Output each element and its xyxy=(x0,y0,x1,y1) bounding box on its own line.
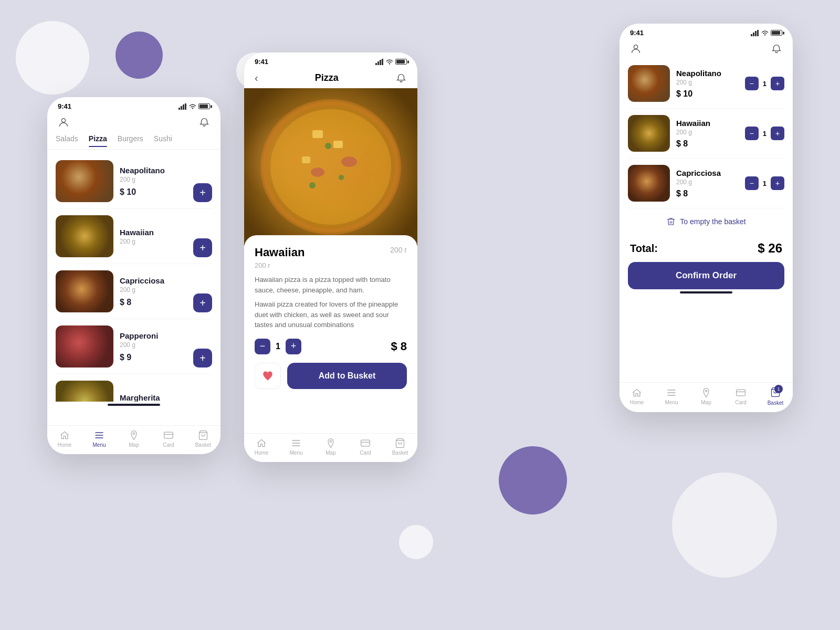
status-icons-3 xyxy=(751,30,782,36)
bell-icon-2[interactable] xyxy=(395,72,407,84)
deco-circle-5 xyxy=(499,446,567,514)
svg-rect-22 xyxy=(302,156,310,163)
svg-rect-33 xyxy=(361,440,370,446)
basket-qty-hawaiian: − 1 + xyxy=(745,127,784,140)
favorite-button[interactable] xyxy=(255,363,281,389)
nav-menu-2[interactable]: Menu xyxy=(286,438,307,456)
basket-plus-neapolitano[interactable]: + xyxy=(771,77,784,90)
menu-item-margherita: Margherita 200 r xyxy=(56,374,212,402)
bell-icon-1[interactable] xyxy=(198,117,210,128)
nav-home-3[interactable]: Home xyxy=(626,387,647,405)
svg-rect-20 xyxy=(312,130,323,138)
profile-icon-1[interactable] xyxy=(58,117,69,128)
nav-map-3[interactable]: Map xyxy=(696,387,717,405)
menu-name-margherita: Margherita xyxy=(120,393,212,402)
basket-minus-neapolitano[interactable]: − xyxy=(745,77,759,90)
add-btn-papperoni[interactable]: + xyxy=(193,349,212,368)
svg-rect-10 xyxy=(164,432,173,438)
map-icon-2 xyxy=(326,438,336,448)
svg-rect-39 xyxy=(757,30,759,36)
nav-basket-1[interactable]: Basket xyxy=(193,430,214,448)
basket-img-capricciosa xyxy=(628,165,670,202)
basket-name-neapolitano: Neapolitano xyxy=(676,69,739,78)
signal-icon-3 xyxy=(751,30,759,36)
menu-list: Neapolitano 200 g $ 10 + Hawaiian 200 g … xyxy=(47,150,220,402)
tab-salads[interactable]: Salads xyxy=(56,134,78,147)
nav-home-2[interactable]: Home xyxy=(251,438,272,456)
tab-pizza[interactable]: Pizza xyxy=(89,134,107,147)
phone-menu: 9:41 Salads Pizza Burgers Sushi Neapolit… xyxy=(47,97,220,454)
nav-card-label-3: Card xyxy=(735,400,747,405)
svg-point-4 xyxy=(192,108,193,109)
basket-plus-hawaiian[interactable]: + xyxy=(771,127,784,140)
nav-card-1[interactable]: Card xyxy=(158,430,179,448)
add-btn-hawaiian[interactable]: + xyxy=(193,238,212,257)
wifi-icon-2 xyxy=(386,59,393,65)
menu-price-papperoni: $ 9 xyxy=(120,353,187,362)
back-button[interactable]: ‹ xyxy=(255,72,258,84)
tab-burgers[interactable]: Burgers xyxy=(118,134,143,147)
tab-sushi[interactable]: Sushi xyxy=(154,134,172,147)
menu-img-papperoni xyxy=(56,326,113,368)
nav-card-2[interactable]: Card xyxy=(355,438,376,456)
nav-menu-label-1: Menu xyxy=(92,442,106,448)
basket-icon-2 xyxy=(395,438,405,448)
svg-rect-13 xyxy=(375,63,377,65)
profile-icon-3[interactable] xyxy=(630,43,642,55)
nav-menu-3[interactable]: Menu xyxy=(661,387,682,405)
nav-card-3[interactable]: Card xyxy=(730,387,751,405)
nav-menu-1[interactable]: Menu xyxy=(89,430,110,448)
time-2: 9:41 xyxy=(255,58,268,66)
status-icons-1 xyxy=(178,103,210,110)
basket-name-capricciosa: Capricciosa xyxy=(676,169,739,177)
menu-img-hawaiian xyxy=(56,215,113,257)
battery-icon-3 xyxy=(771,30,782,36)
bell-icon-3[interactable] xyxy=(771,43,782,55)
empty-basket-button[interactable]: To empty the basket xyxy=(620,208,793,235)
basket-badge: 1 xyxy=(774,385,783,393)
add-to-basket-button[interactable]: Add to Busket xyxy=(287,363,407,389)
basket-minus-hawaiian[interactable]: − xyxy=(745,127,759,140)
deco-circle-2 xyxy=(116,32,163,79)
menu-item-capricciosa: Capricciosa 200 g $ 8 + xyxy=(56,264,212,319)
nav-map-1[interactable]: Map xyxy=(123,430,144,448)
qty-minus-btn[interactable]: − xyxy=(255,339,270,354)
nav-basket-label-1: Basket xyxy=(195,442,212,448)
nav-basket-label-2: Basket xyxy=(392,450,408,456)
menu-icon-3 xyxy=(666,387,677,398)
basket-qty-neapolitano: − 1 + xyxy=(745,77,784,90)
basket-weight-hawaiian: 200 g xyxy=(676,129,739,136)
nav-basket-2[interactable]: Basket xyxy=(390,438,411,456)
basket-icon-wrap: 1 xyxy=(770,387,781,398)
home-icon-1 xyxy=(59,430,70,440)
add-btn-capricciosa[interactable]: + xyxy=(193,293,212,312)
basket-plus-capricciosa[interactable]: + xyxy=(771,176,784,190)
svg-point-26 xyxy=(339,175,344,180)
nav-line-1 xyxy=(108,404,160,406)
basket-img-neapolitano xyxy=(628,65,670,102)
basket-weight-capricciosa: 200 g xyxy=(676,178,739,186)
deco-circle-4 xyxy=(399,525,433,559)
basket-qty-num-capricciosa: 1 xyxy=(763,180,766,187)
menu-weight-hawaiian: 200 g xyxy=(120,238,187,245)
battery-icon-1 xyxy=(198,103,210,109)
confirm-order-button[interactable]: Confirm Order xyxy=(628,262,784,289)
map-icon-1 xyxy=(129,430,139,440)
svg-point-17 xyxy=(389,63,390,64)
svg-rect-38 xyxy=(755,31,757,36)
nav-home-1[interactable]: Home xyxy=(54,430,75,448)
qty-number: 1 xyxy=(276,342,280,351)
nav-card-label-1: Card xyxy=(163,442,174,448)
basket-price-neapolitano: $ 10 xyxy=(676,89,739,99)
add-btn-neapolitano[interactable]: + xyxy=(193,183,212,202)
hero-image xyxy=(244,88,417,246)
basket-item-capricciosa: Capricciosa 200 g $ 8 − 1 + xyxy=(628,159,784,208)
basket-img-hawaiian xyxy=(628,115,670,152)
basket-minus-capricciosa[interactable]: − xyxy=(745,176,759,190)
nav-bar-2: Home Menu Map Card Basket xyxy=(244,433,417,462)
svg-rect-46 xyxy=(737,390,746,396)
svg-point-24 xyxy=(311,167,324,177)
qty-plus-btn[interactable]: + xyxy=(286,339,301,354)
nav-basket-3[interactable]: 1 Basket xyxy=(765,387,786,406)
nav-map-2[interactable]: Map xyxy=(320,438,341,456)
